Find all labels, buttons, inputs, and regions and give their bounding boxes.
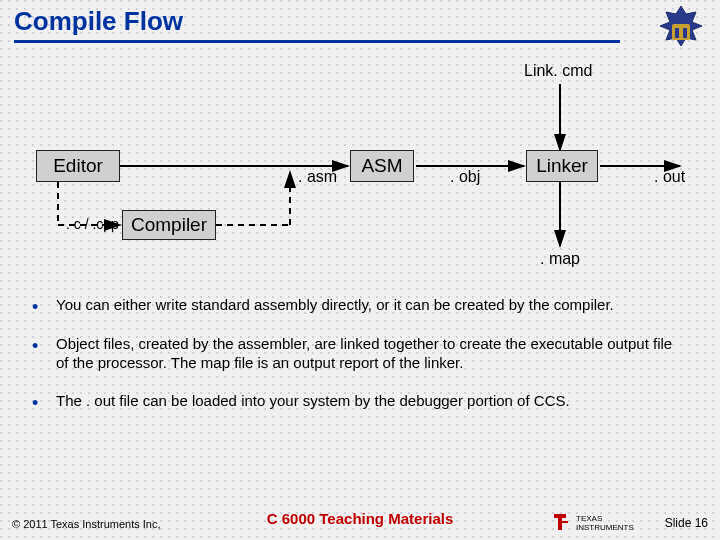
node-editor: Editor [36, 150, 120, 182]
bullet-list: You can either write standard assembly d… [28, 296, 688, 431]
compile-flow-diagram: Editor Compiler ASM Linker Link. cmd . c… [0, 50, 720, 280]
node-asm: ASM [350, 150, 414, 182]
label-map-ext: . map [540, 250, 580, 268]
node-compiler: Compiler [122, 210, 216, 240]
label-c-cpp: . c / .cpp [66, 216, 119, 232]
ti-logo-icon: TEXAS INSTRUMENTS [552, 510, 636, 534]
tau-logo-icon [656, 4, 706, 54]
label-obj-ext: . obj [450, 168, 480, 186]
bullet-item: You can either write standard assembly d… [28, 296, 688, 315]
slide-number: Slide 16 [665, 516, 708, 530]
page-title: Compile Flow [14, 6, 183, 37]
svg-rect-0 [672, 24, 690, 40]
bullet-item: Object files, created by the assembler, … [28, 335, 688, 373]
bullet-item: The . out file can be loaded into your s… [28, 392, 688, 411]
label-out-ext: . out [654, 168, 685, 186]
title-underline [14, 40, 620, 43]
label-asm-ext: . asm [298, 168, 337, 186]
svg-text:TEXAS: TEXAS [576, 514, 602, 523]
svg-text:INSTRUMENTS: INSTRUMENTS [576, 523, 634, 532]
label-link-cmd: Link. cmd [524, 62, 592, 80]
node-linker: Linker [526, 150, 598, 182]
